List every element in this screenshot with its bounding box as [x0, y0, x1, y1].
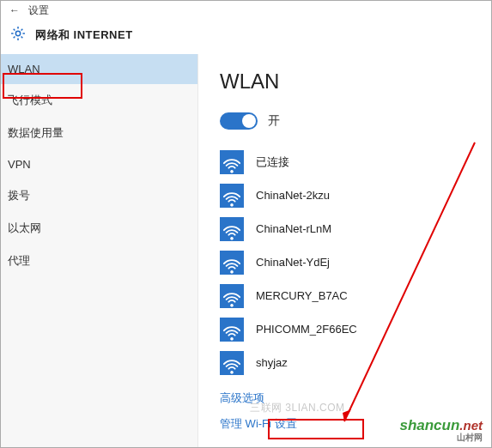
network-name: ChinaNet-YdEj	[256, 256, 330, 270]
network-name: ChinaNet-rLnM	[256, 222, 331, 237]
wifi-icon	[220, 150, 244, 174]
links-section: 高级选项 管理 Wi-Fi 设置	[220, 389, 483, 433]
page-header: 网络和 INTERNET	[1, 18, 491, 54]
section-title: 网络和 INTERNET	[35, 27, 133, 43]
network-item-connected[interactable]: 已连接	[220, 147, 483, 178]
wifi-toggle-label: 开	[268, 113, 280, 129]
sidebar-item-airplane[interactable]: 飞行模式	[1, 84, 197, 117]
network-item[interactable]: ChinaNet-2kzu	[220, 180, 483, 211]
network-item[interactable]: ChinaNet-YdEj	[220, 247, 483, 278]
sidebar-item-wlan[interactable]: WLAN	[1, 54, 197, 84]
network-name: PHICOMM_2F66EC	[256, 323, 357, 337]
wifi-toggle[interactable]	[220, 112, 258, 130]
wifi-toggle-row: 开	[220, 112, 483, 130]
svg-point-0	[15, 31, 20, 35]
wifi-icon	[220, 351, 244, 375]
network-name: shyjaz	[256, 356, 288, 371]
page-title: WLAN	[220, 70, 483, 94]
network-item[interactable]: ChinaNet-rLnM	[220, 214, 483, 245]
network-status: 已连接	[256, 155, 289, 170]
network-item[interactable]: shyjaz	[220, 348, 483, 378]
network-name: MERCURY_B7AC	[256, 289, 348, 304]
content-area: WLAN 飞行模式 数据使用量 VPN 拨号 以太网 代理 WLAN 开 已连接	[1, 54, 491, 448]
network-name: ChinaNet-2kzu	[256, 189, 330, 203]
wifi-icon	[220, 217, 244, 241]
window-title: 设置	[28, 3, 49, 18]
window-header: ← 设置	[1, 1, 491, 18]
sidebar-item-proxy[interactable]: 代理	[1, 245, 197, 277]
wifi-icon	[220, 251, 244, 275]
advanced-options-link[interactable]: 高级选项	[220, 389, 483, 408]
sidebar-item-data-usage[interactable]: 数据使用量	[1, 117, 197, 149]
network-item[interactable]: MERCURY_B7AC	[220, 281, 483, 312]
sidebar-item-ethernet[interactable]: 以太网	[1, 212, 197, 245]
wifi-icon	[220, 184, 244, 208]
sidebar-item-vpn[interactable]: VPN	[1, 149, 197, 179]
wifi-icon	[220, 318, 244, 342]
network-list: 已连接 ChinaNet-2kzu ChinaNet-rLnM ChinaNet…	[220, 147, 483, 378]
wifi-icon	[220, 284, 244, 308]
manage-wifi-link[interactable]: 管理 Wi-Fi 设置	[220, 415, 483, 433]
gear-icon	[9, 25, 27, 45]
sidebar: WLAN 飞行模式 数据使用量 VPN 拨号 以太网 代理	[1, 54, 198, 448]
main-panel: WLAN 开 已连接 ChinaNet-2kzu ChinaNet-	[198, 54, 491, 448]
network-item[interactable]: PHICOMM_2F66EC	[220, 314, 483, 345]
back-icon[interactable]: ←	[9, 4, 20, 16]
sidebar-item-dialup[interactable]: 拨号	[1, 179, 197, 212]
